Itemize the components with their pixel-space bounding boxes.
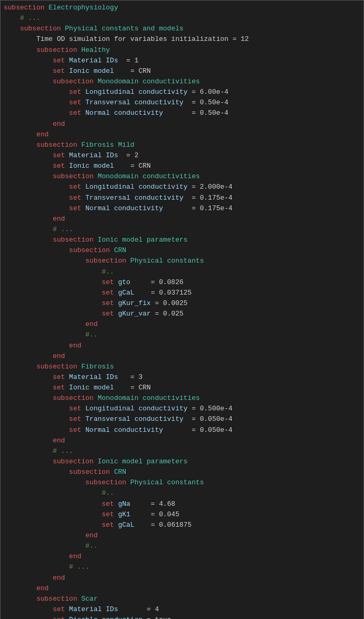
code-line: set Ionic model = CRN: [4, 161, 360, 171]
code-line: end: [4, 214, 360, 224]
code-line: set Transversal conductivity = 0.50e-4: [4, 97, 360, 108]
code-line: # ...: [4, 224, 360, 235]
code-line: subsection Monodomain conductivities: [4, 77, 360, 87]
code-line: end: [4, 583, 360, 594]
code-line: set Material IDs = 1: [4, 56, 360, 66]
code-line: # ...: [4, 562, 360, 572]
code-line: set Longitudinal conductivity = 2.000e-4: [4, 182, 360, 192]
code-line: subsection Physical constants and models: [4, 24, 360, 34]
code-line: #..: [4, 330, 360, 340]
code-line: set gKur_var = 0.025: [4, 309, 360, 319]
code-line: set Material IDs = 3: [4, 372, 360, 383]
code-line: subsection Electrophysiology: [4, 3, 360, 13]
code-line: end: [4, 319, 360, 330]
code-line: set gCaL = 0.061875: [4, 520, 360, 530]
code-line: # ...: [4, 13, 360, 24]
code-line: set Normal conductivity = 0.50e-4: [4, 108, 360, 118]
code-line: subsection Monodomain conductivities: [4, 393, 360, 404]
code-line: subsection CRN: [4, 245, 360, 256]
code-line: subsection Physical constants: [4, 256, 360, 266]
code-line: set gto = 0.0826: [4, 277, 360, 288]
code-line: subsection Fibrosis Mild: [4, 140, 360, 150]
code-line: end: [4, 341, 360, 351]
code-line: subsection Fibrosis: [4, 362, 360, 372]
code-line: set Material IDs = 2: [4, 150, 360, 161]
code-line: subsection Monodomain conductivities: [4, 171, 360, 182]
code-line: #..: [4, 488, 360, 498]
code-line: set gNa = 4.68: [4, 499, 360, 509]
code-line: #..: [4, 541, 360, 551]
code-line: set gK1 = 0.045: [4, 509, 360, 520]
code-line: subsection Ionic model parameters: [4, 457, 360, 467]
code-line: end: [4, 551, 360, 562]
code-line: set Transversal conductivity = 0.175e-4: [4, 193, 360, 203]
code-line: end: [4, 129, 360, 140]
code-line: set gCaL = 0.037125: [4, 288, 360, 298]
code-line: subsection CRN: [4, 467, 360, 477]
code-line: end: [4, 436, 360, 446]
code-container: subsection Electrophysiology # ... subse…: [0, 0, 364, 619]
code-line: set Ionic model = CRN: [4, 66, 360, 77]
code-line: # ...: [4, 446, 360, 457]
code-line: set gKur_fix = 0.0025: [4, 298, 360, 309]
code-line: subsection Healthy: [4, 45, 360, 56]
code-line: set Material IDs = 4: [4, 604, 360, 615]
code-line: end: [4, 351, 360, 362]
code-line: end: [4, 573, 360, 583]
code-line: Time OD simulation for variables initial…: [4, 34, 360, 45]
code-line: set Longitudinal conductivity = 6.00e-4: [4, 87, 360, 97]
code-line: #..: [4, 267, 360, 277]
code-line: set Normal conductivity = 0.050e-4: [4, 425, 360, 436]
code-line: subsection Physical constants: [4, 477, 360, 488]
code-line: set Transversal conductivity = 0.050e-4: [4, 414, 360, 425]
code-line: set Normal conductivity = 0.175e-4: [4, 203, 360, 214]
code-line: subsection Scar: [4, 594, 360, 604]
code-line: end: [4, 530, 360, 541]
code-line: set Disable conduction = true: [4, 615, 360, 619]
code-line: subsection Ionic model parameters: [4, 235, 360, 245]
code-line: end: [4, 119, 360, 129]
code-line: set Ionic model = CRN: [4, 383, 360, 393]
code-line: set Longitudinal conductivity = 0.500e-4: [4, 404, 360, 414]
